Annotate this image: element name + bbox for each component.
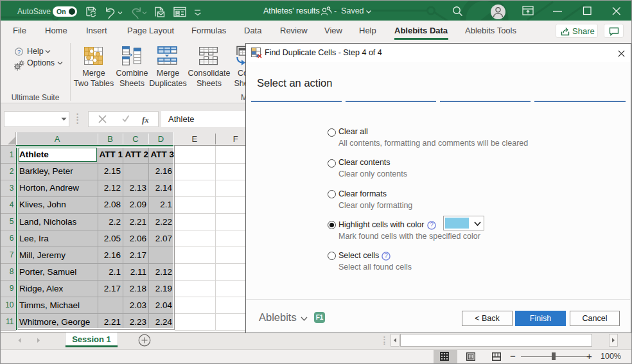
svg-text:fx: fx: [142, 115, 149, 125]
svg-text:?: ?: [17, 49, 21, 55]
